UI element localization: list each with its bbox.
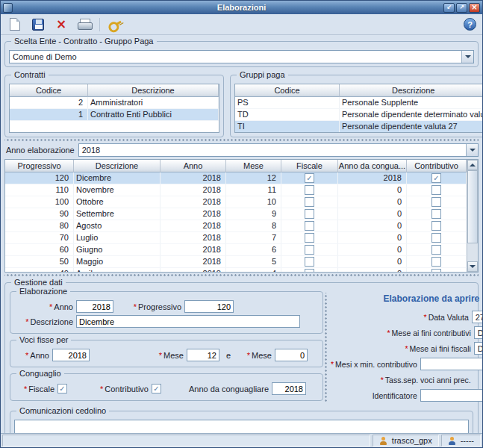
table-row[interactable]: 90Settembre201890 (5, 208, 467, 220)
anno-elaborazione-label: Anno elaborazione (4, 146, 75, 155)
mese-contributivi-label: *Mese ai fini contributivi (331, 329, 474, 337)
contributivo-checkbox[interactable] (431, 185, 441, 195)
contributivo-checkbox[interactable] (431, 233, 441, 243)
anno-input[interactable] (76, 300, 113, 313)
dropdown-arrow-icon[interactable] (461, 51, 473, 63)
column-header-anno[interactable]: Anno (161, 160, 226, 172)
fiscale-checkbox[interactable] (305, 221, 314, 231)
new-document-icon (10, 18, 20, 31)
horizontal-splitter[interactable] (4, 137, 479, 143)
contributivo-checkbox[interactable] (431, 197, 441, 207)
descrizione-input[interactable] (76, 315, 300, 328)
cell-progressivo: 100 (5, 196, 74, 208)
cell-codice: TI (235, 121, 340, 132)
column-header-descrizione[interactable]: Descrizione (74, 160, 161, 172)
contributivo-checkbox[interactable] (431, 269, 441, 272)
table-row[interactable]: 120Dicembre201812✓2018✓ (5, 172, 467, 184)
form-row: *Data Valuta 27/12/2018 (331, 310, 482, 324)
fiscale-checkbox[interactable] (305, 197, 314, 207)
cell-descrizione: Personale Supplente (340, 97, 482, 108)
form-row: *Descrizione (16, 315, 317, 328)
mese-contributivi-combobox[interactable]: Dicembre (474, 326, 482, 339)
contributivo-checkbox[interactable] (431, 221, 441, 231)
fiscale-checkbox[interactable] (305, 209, 314, 219)
contributivo-checkbox[interactable] (431, 245, 441, 255)
delete-button[interactable]: × (53, 16, 69, 33)
table-row[interactable]: 110Novembre2018110 (5, 184, 467, 196)
restore-icon: ↙ (446, 4, 452, 10)
column-header-descrizione[interactable]: Descrizione (340, 84, 482, 97)
anno-conguagliare-label: Anno da conguagliare (167, 385, 272, 393)
close-button[interactable]: × (469, 3, 480, 13)
fiscale-checkbox[interactable]: ✓ (305, 173, 314, 183)
voci-mese2-input[interactable] (275, 349, 308, 361)
scrollbar-thumb[interactable] (467, 170, 478, 243)
maximize-button[interactable]: ↗ (456, 3, 467, 13)
column-header-fiscale[interactable]: Fiscale (281, 160, 338, 172)
column-header-anno-conguaglio[interactable]: Anno da congua... (338, 160, 407, 172)
save-button[interactable] (30, 16, 46, 33)
help-button[interactable]: ? (464, 18, 476, 31)
anno-conguagliare-input[interactable] (272, 382, 306, 395)
scelta-groupbox: Scelta Ente - Contratto - Gruppo Paga Co… (4, 41, 479, 67)
table-row[interactable]: 60Giugno201860 (5, 244, 467, 256)
column-header-progressivo[interactable]: Progressivo (5, 160, 74, 172)
scroll-up-button[interactable] (467, 160, 478, 170)
table-row[interactable]: 50Maggio201850 (5, 256, 467, 268)
scrollbar-track[interactable] (467, 243, 478, 261)
cell-descrizione: Aprile (74, 268, 161, 272)
table-row[interactable]: 70Luglio201870 (5, 232, 467, 244)
column-header-contributivo[interactable]: Contributivo (407, 160, 467, 172)
table-row[interactable]: 100Ottobre2018100 (5, 196, 467, 208)
contributivo-checkbox[interactable]: ✓ (152, 384, 161, 393)
table-row[interactable]: 1Contratto Enti Pubblici (10, 109, 219, 121)
save-icon (32, 19, 44, 31)
dropdown-arrow-icon[interactable] (466, 144, 478, 156)
progressivo-input[interactable] (184, 300, 234, 313)
cell-fiscale (281, 244, 338, 255)
fiscale-checkbox[interactable] (305, 185, 314, 195)
username: trasco_gpx (392, 436, 432, 445)
horizontal-splitter[interactable] (4, 273, 479, 278)
scroll-down-button[interactable] (467, 261, 478, 272)
permissions-button[interactable] (107, 16, 123, 33)
column-header-codice[interactable]: Codice (235, 84, 340, 97)
voci-mese1-input[interactable] (187, 349, 219, 361)
contributivo-checkbox[interactable]: ✓ (431, 173, 441, 183)
cell-descrizione: Giugno (74, 244, 161, 255)
column-header-codice[interactable]: Codice (10, 84, 88, 97)
column-header-descrizione[interactable]: Descrizione (88, 84, 219, 97)
table-row[interactable]: 2Amministratori (10, 97, 219, 109)
voci-anno-input[interactable] (52, 349, 90, 361)
fiscale-checkbox[interactable]: ✓ (57, 384, 67, 393)
table-row[interactable]: 40Aprile201840 (5, 268, 467, 272)
gruppi-rows: PSPersonale SupplenteTDPersonale dipende… (235, 97, 482, 132)
anno-elaborazione-combobox[interactable]: 2018 (78, 143, 479, 157)
new-button[interactable] (7, 16, 23, 33)
mesi-min-input[interactable] (420, 358, 482, 370)
mese-fiscali-combobox[interactable]: Dicembre (474, 342, 482, 355)
column-header-mese[interactable]: Mese (226, 160, 281, 172)
identificatore-input[interactable] (420, 389, 482, 402)
table-row[interactable]: PSPersonale Supplente (235, 97, 482, 109)
comunicazioni-textarea[interactable] (14, 420, 469, 433)
fiscale-checkbox[interactable] (305, 245, 314, 255)
data-valuta-combobox[interactable]: 27/12/2018 (472, 311, 482, 323)
fiscale-checkbox[interactable] (305, 269, 314, 272)
fiscale-checkbox[interactable] (305, 257, 314, 267)
cell-anno_conguaglio: 0 (338, 208, 407, 220)
print-button[interactable] (76, 16, 93, 33)
cell-descrizione: Dicembre (74, 172, 161, 184)
maximize-icon: ↗ (459, 4, 464, 10)
gestione-dati-groupbox: Gestione dati Elaborazione *Anno *Progre… (4, 282, 479, 433)
restore-button[interactable]: ↙ (443, 3, 455, 13)
ente-combobox[interactable]: Comune di Demo (9, 50, 474, 63)
fiscale-checkbox[interactable] (305, 233, 314, 243)
cell-mese: 8 (226, 220, 281, 231)
table-row[interactable]: TIPersonale dipendente valuta 27 (235, 121, 482, 132)
vertical-scrollbar[interactable] (467, 160, 478, 272)
table-row[interactable]: TDPersonale dipendente determinato valu (235, 109, 482, 121)
table-row[interactable]: 80Agosto201880 (5, 220, 467, 232)
contributivo-checkbox[interactable] (431, 257, 441, 267)
contributivo-checkbox[interactable] (431, 209, 441, 219)
